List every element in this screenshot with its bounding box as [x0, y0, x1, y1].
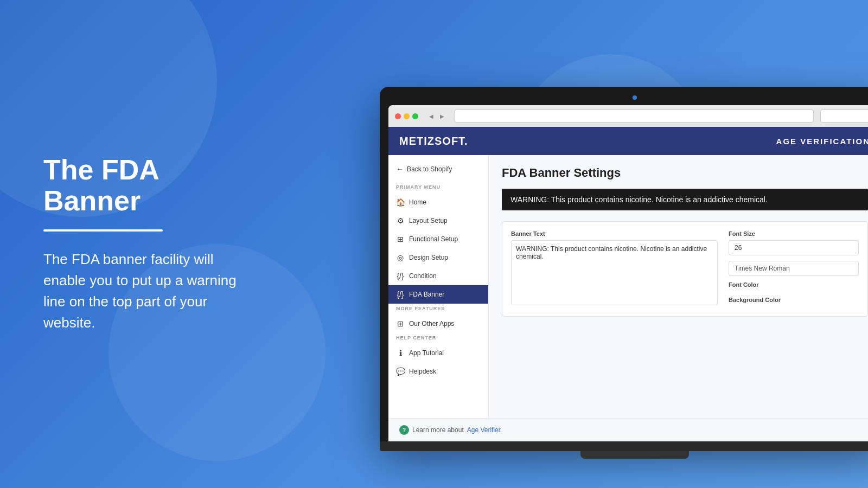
back-to-shopify-link[interactable]: ← Back to Shopify	[388, 159, 488, 179]
laptop-mockup: ◀ ▶ METIZSOFT. AGE VERIFICATION	[380, 87, 868, 459]
back-arrow-icon: ←	[396, 165, 404, 174]
fda-banner-icon: {/}	[396, 290, 405, 299]
browser-nav: ◀ ▶	[427, 112, 446, 120]
sidebar-item-layout-setup[interactable]: ⚙ Layout Setup	[388, 211, 488, 230]
form-left: Banner Text WARNING: This product contai…	[511, 230, 718, 307]
primary-menu-label: PRIMARY MENU	[388, 182, 488, 193]
traffic-light-green[interactable]	[412, 113, 418, 119]
browser-titlebar: ◀ ▶	[388, 105, 868, 127]
camera-dot	[633, 95, 637, 100]
search-bar[interactable]	[820, 110, 868, 123]
hero-title: The FDA Banner	[43, 155, 250, 216]
font-family-input[interactable]	[729, 261, 859, 276]
more-features-label: MORE FEATURES	[388, 304, 488, 314]
helpdesk-icon: 💬	[396, 367, 405, 376]
home-icon: 🏠	[396, 198, 405, 207]
back-link-label: Back to Shopify	[407, 165, 452, 173]
font-size-label: Font Size	[729, 230, 859, 237]
sidebar-item-functional-setup[interactable]: ⊞ Functional Setup	[388, 230, 488, 248]
learn-more-bar: ? Learn more about Age Verifier.	[388, 418, 868, 441]
sidebar-helpdesk-label: Helpdesk	[409, 368, 436, 375]
left-panel: The FDA Banner The FDA banner facility w…	[22, 0, 271, 488]
condition-icon: {/}	[396, 272, 405, 280]
sidebar-item-home[interactable]: 🏠 Home	[388, 193, 488, 211]
laptop-bottom-bar	[380, 441, 868, 451]
functional-setup-icon: ⊞	[396, 235, 405, 243]
sidebar-tutorial-label: App Tutorial	[409, 349, 444, 357]
font-color-label: Font Color	[729, 281, 859, 288]
age-verifier-link[interactable]: Age Verifier.	[467, 426, 502, 434]
main-content: FDA Banner Settings WARNING: This produc…	[489, 155, 868, 418]
app-logo: METIZSOFT.	[399, 135, 468, 147]
sidebar-item-helpdesk[interactable]: 💬 Helpdesk	[388, 362, 488, 381]
app-body: ← Back to Shopify PRIMARY MENU 🏠 Home ⚙ …	[388, 155, 868, 418]
sidebar-design-label: Design Setup	[409, 254, 448, 261]
sidebar-item-other-apps[interactable]: ⊞ Our Other Apps	[388, 314, 488, 333]
sidebar-layout-label: Layout Setup	[409, 217, 448, 224]
app-header-title: AGE VERIFICATION	[776, 137, 868, 146]
warning-banner: WARNING: This product contains nicotine.…	[502, 189, 868, 210]
warning-banner-text: WARNING: This product contains nicotine.…	[510, 195, 768, 204]
hero-divider	[43, 229, 163, 232]
app-tutorial-icon: ℹ	[396, 349, 405, 357]
traffic-light-yellow[interactable]	[404, 113, 410, 119]
background-color-label: Background Color	[729, 297, 859, 303]
app-wrapper: METIZSOFT. AGE VERIFICATION ← Back to Sh…	[388, 127, 868, 441]
sidebar-item-condition[interactable]: {/} Condition	[388, 267, 488, 285]
form-right: Font Size Font Color Background Color	[729, 230, 859, 307]
learn-more-text: Learn more about	[412, 426, 464, 434]
sidebar-other-apps-label: Our Other Apps	[409, 320, 454, 328]
sidebar-home-label: Home	[409, 198, 426, 206]
sidebar-item-app-tutorial[interactable]: ℹ App Tutorial	[388, 344, 488, 362]
help-circle-icon: ?	[399, 425, 409, 435]
font-size-input[interactable]	[729, 240, 859, 255]
help-center-label: HELP CENTER	[388, 333, 488, 344]
hero-description: The FDA banner facility will enable you …	[43, 249, 250, 333]
nav-forward-arrow[interactable]: ▶	[438, 112, 446, 120]
other-apps-icon: ⊞	[396, 319, 405, 328]
browser-chrome: ◀ ▶ METIZSOFT. AGE VERIFICATION	[388, 105, 868, 441]
page-title: FDA Banner Settings	[502, 166, 868, 180]
layout-setup-icon: ⚙	[396, 216, 405, 225]
nav-back-arrow[interactable]: ◀	[427, 112, 436, 120]
traffic-lights	[395, 113, 418, 119]
sidebar-fda-label: FDA Banner	[409, 291, 444, 298]
traffic-light-red[interactable]	[395, 113, 401, 119]
banner-text-input[interactable]: WARNING: This product contains nicotine.…	[511, 240, 718, 305]
banner-text-label: Banner Text	[511, 230, 718, 237]
laptop-stand	[580, 451, 689, 459]
sidebar-item-fda-banner[interactable]: {/} FDA Banner	[388, 285, 488, 304]
sidebar-item-design-setup[interactable]: ◎ Design Setup	[388, 248, 488, 267]
laptop-shell: ◀ ▶ METIZSOFT. AGE VERIFICATION	[380, 87, 868, 441]
address-bar[interactable]	[454, 110, 814, 123]
settings-form: Banner Text WARNING: This product contai…	[502, 221, 868, 317]
sidebar-functional-label: Functional Setup	[409, 235, 458, 243]
sidebar: ← Back to Shopify PRIMARY MENU 🏠 Home ⚙ …	[388, 155, 489, 418]
app-topnav: METIZSOFT. AGE VERIFICATION	[388, 127, 868, 155]
design-setup-icon: ◎	[396, 253, 405, 262]
sidebar-condition-label: Condition	[409, 272, 437, 280]
